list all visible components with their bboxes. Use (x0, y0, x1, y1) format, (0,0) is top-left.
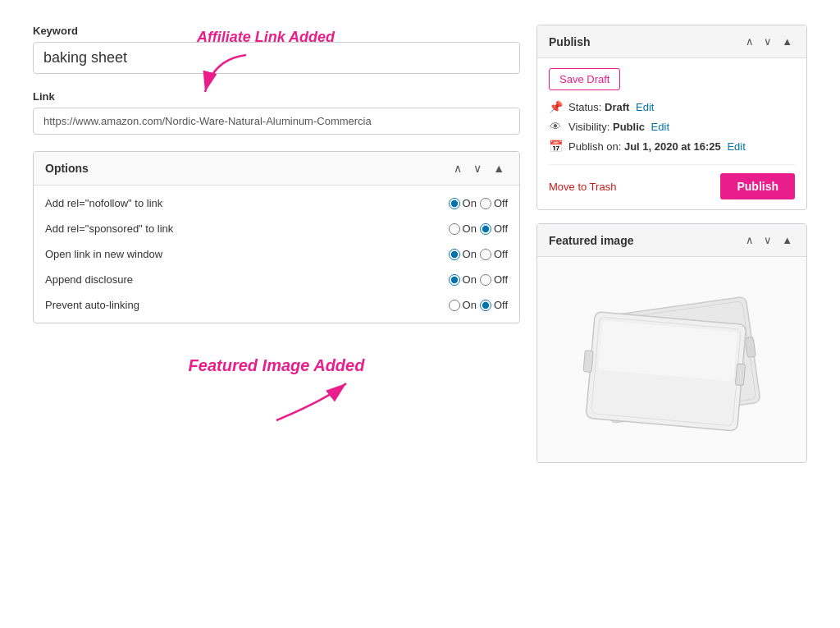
radio-group-nofollow: On Off (449, 197, 508, 209)
calendar-icon: 📅 (549, 140, 562, 153)
options-collapse-up-btn[interactable]: ∧ (450, 160, 465, 176)
publish-panel-header: Publish ∧ ∨ ▲ (537, 25, 806, 58)
radio-nofollow-off-label: Off (494, 197, 508, 209)
left-column: Keyword Affiliate Link Added (33, 25, 520, 476)
options-title: Options (45, 162, 89, 175)
visibility-icon: 👁 (549, 120, 562, 133)
radio-auto-linking-off[interactable]: Off (480, 299, 508, 311)
publish-panel-controls: ∧ ∨ ▲ (743, 34, 795, 49)
option-label-disclosure: Append disclosure (45, 273, 449, 286)
link-section: Affiliate Link Added Link (33, 90, 520, 135)
radio-new-window-off-label: Off (494, 248, 508, 260)
options-box: Options ∧ ∨ ▲ Add rel="nofollow" to link… (33, 151, 520, 323)
radio-disclosure-off-input[interactable] (480, 274, 491, 286)
visibility-value: Visibility: Public Edit (568, 121, 669, 133)
radio-nofollow-on[interactable]: On (449, 197, 477, 209)
radio-sponsored-on-label: On (463, 222, 477, 235)
option-row-disclosure: Append disclosure On Off (34, 267, 519, 292)
option-row-sponsored: Add rel="sponsored" to link On Off (34, 216, 519, 241)
publish-button[interactable]: Publish (720, 173, 795, 199)
featured-annotation-text: Featured Image Added (189, 356, 365, 374)
publish-on-row: 📅 Publish on: Jul 1, 2020 at 16:25 Edit (549, 140, 795, 153)
radio-nofollow-on-input[interactable] (449, 198, 460, 209)
options-collapse-down-btn[interactable]: ∨ (470, 160, 485, 176)
baking-sheet-image (582, 277, 762, 442)
visibility-edit-link[interactable]: Edit (651, 121, 669, 133)
move-to-trash-link[interactable]: Move to Trash (549, 181, 616, 193)
option-label-sponsored: Add rel="sponsored" to link (45, 222, 449, 235)
radio-auto-linking-on-input[interactable] (449, 300, 460, 311)
featured-image-body (537, 257, 806, 462)
featured-image-panel-controls: ∧ ∨ ▲ (743, 232, 795, 248)
radio-sponsored-off-input[interactable] (480, 223, 491, 235)
radio-auto-linking-off-label: Off (494, 299, 508, 311)
link-label: Link (33, 90, 520, 103)
option-label-new-window: Open link in new window (45, 248, 449, 260)
radio-disclosure-off-label: Off (494, 273, 508, 286)
visibility-row: 👁 Visibility: Public Edit (549, 120, 795, 133)
featured-annotation-block: Featured Image Added (33, 340, 520, 424)
radio-auto-linking-off-input[interactable] (480, 300, 491, 311)
option-row-new-window: Open link in new window On Off (34, 241, 519, 267)
featured-arrow-icon (194, 375, 358, 424)
featured-collapse-up-btn[interactable]: ∧ (743, 232, 756, 248)
radio-sponsored-on[interactable]: On (449, 222, 477, 235)
radio-new-window-on-label: On (463, 248, 477, 260)
radio-nofollow-off-input[interactable] (480, 198, 491, 209)
link-input[interactable] (33, 108, 520, 135)
option-row-nofollow: Add rel="nofollow" to link On Off (34, 190, 519, 216)
radio-group-disclosure: On Off (449, 273, 508, 286)
publish-on-label: Publish on: (568, 140, 621, 153)
radio-disclosure-off[interactable]: Off (480, 273, 508, 286)
radio-group-sponsored: On Off (449, 222, 508, 235)
options-header-controls: ∧ ∨ ▲ (450, 160, 508, 176)
publish-collapse-up-btn[interactable]: ∧ (743, 34, 756, 49)
publish-collapse-btn[interactable]: ▲ (779, 34, 795, 49)
svg-rect-10 (735, 364, 745, 386)
featured-collapse-down-btn[interactable]: ∨ (761, 232, 774, 248)
publish-footer: Move to Trash Publish (549, 164, 795, 199)
radio-sponsored-on-input[interactable] (449, 223, 460, 235)
radio-new-window-on-input[interactable] (449, 249, 460, 260)
radio-group-auto-linking: On Off (449, 299, 508, 311)
radio-nofollow-off[interactable]: Off (480, 197, 508, 209)
save-draft-button[interactable]: Save Draft (549, 68, 620, 90)
publish-on-edit-link[interactable]: Edit (727, 140, 745, 153)
status-icon: 📌 (549, 100, 562, 113)
publish-collapse-down-btn[interactable]: ∨ (761, 34, 774, 49)
options-table: Add rel="nofollow" to link On Off (34, 186, 519, 323)
publish-panel-title: Publish (549, 35, 591, 48)
options-header: Options ∧ ∨ ▲ (34, 152, 519, 186)
status-edit-link[interactable]: Edit (636, 101, 654, 113)
radio-disclosure-on-input[interactable] (449, 274, 460, 286)
radio-auto-linking-on-label: On (463, 299, 477, 311)
keyword-input[interactable] (33, 42, 520, 74)
radio-new-window-on[interactable]: On (449, 248, 477, 260)
radio-sponsored-off[interactable]: Off (480, 222, 508, 235)
publish-panel-body: Save Draft 📌 Status: Draft Edit 👁 Visibi… (537, 58, 806, 209)
status-row: 📌 Status: Draft Edit (549, 100, 795, 113)
featured-collapse-btn[interactable]: ▲ (779, 232, 795, 248)
visibility-public: Public (613, 121, 645, 133)
status-label: Status: (568, 101, 601, 113)
svg-rect-9 (583, 351, 593, 373)
status-draft: Draft (605, 101, 629, 113)
radio-nofollow-on-label: On (463, 197, 477, 209)
keyword-section: Keyword (33, 25, 520, 74)
option-row-auto-linking: Prevent auto-linking On Off (34, 292, 519, 318)
featured-image-title: Featured image (549, 234, 633, 247)
radio-new-window-off-input[interactable] (480, 249, 491, 260)
right-column: Publish ∧ ∨ ▲ Save Draft 📌 Status: Draft… (536, 25, 807, 476)
featured-image-panel-header: Featured image ∧ ∨ ▲ (537, 224, 806, 257)
radio-auto-linking-on[interactable]: On (449, 299, 477, 311)
radio-sponsored-off-label: Off (494, 222, 508, 235)
publish-on-value: Publish on: Jul 1, 2020 at 16:25 Edit (568, 140, 746, 153)
visibility-label: Visibility: (568, 121, 609, 133)
radio-new-window-off[interactable]: Off (480, 248, 508, 260)
featured-image-panel: Featured image ∧ ∨ ▲ (536, 223, 807, 463)
options-collapse-btn[interactable]: ▲ (490, 160, 508, 176)
radio-disclosure-on[interactable]: On (449, 273, 477, 286)
option-label-nofollow: Add rel="nofollow" to link (45, 197, 449, 209)
option-label-auto-linking: Prevent auto-linking (45, 299, 449, 311)
publish-panel: Publish ∧ ∨ ▲ Save Draft 📌 Status: Draft… (536, 25, 807, 210)
